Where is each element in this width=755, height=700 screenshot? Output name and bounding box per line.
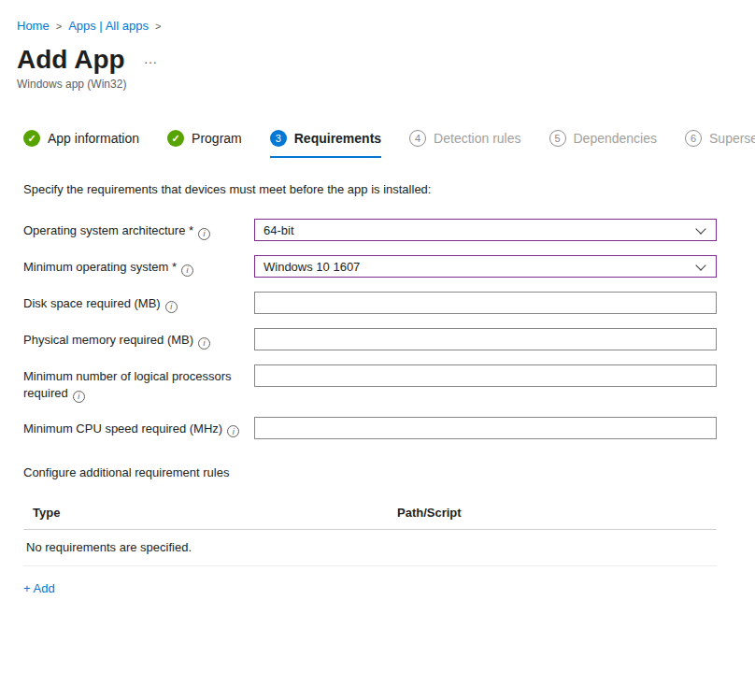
step-number-icon: 5: [549, 130, 566, 147]
minimum-os-select[interactable]: Windows 10 1607: [254, 255, 717, 278]
breadcrumb-home-link[interactable]: Home: [17, 19, 50, 33]
step-number-icon: 4: [409, 130, 426, 147]
more-options-button[interactable]: …: [144, 50, 159, 66]
wizard-steps: ✓ App information ✓ Program 3 Requiremen…: [0, 130, 755, 158]
info-icon[interactable]: i: [181, 264, 193, 277]
breadcrumb-separator-icon: >: [56, 21, 62, 32]
step-app-information[interactable]: ✓ App information: [23, 130, 139, 158]
requirements-form: Operating system architecture *i 64-bit …: [23, 219, 717, 439]
physical-memory-input[interactable]: [254, 328, 717, 350]
logical-processors-input[interactable]: [254, 364, 717, 387]
step-label: Supersedence: [709, 131, 755, 146]
field-label-cell: Minimum operating system *i: [23, 255, 254, 277]
step-number-icon: 3: [270, 130, 287, 147]
field-control: [254, 292, 717, 314]
cpu-speed-input[interactable]: [254, 417, 717, 439]
field-control: [254, 417, 717, 439]
step-number-icon: 6: [685, 130, 702, 147]
form-row-disk-space: Disk space required (MB)i: [23, 292, 717, 314]
info-icon[interactable]: i: [198, 337, 210, 350]
form-row-minimum-os: Minimum operating system *i Windows 10 1…: [23, 255, 717, 278]
chevron-down-icon: [695, 260, 705, 270]
blade-header: Home > Apps | All apps > Add App … Windo…: [0, 0, 755, 91]
info-icon[interactable]: i: [227, 425, 239, 437]
field-control: [254, 364, 717, 387]
field-label-cell: Minimum CPU speed required (MHz)i: [23, 417, 254, 438]
step-detection-rules[interactable]: 4 Detection rules: [409, 130, 520, 158]
breadcrumb-apps-link[interactable]: Apps | All apps: [68, 19, 149, 33]
field-label: Operating system architecture *: [23, 223, 193, 237]
form-row-os-architecture: Operating system architecture *i 64-bit: [23, 219, 717, 241]
step-supersedence[interactable]: 6 Supersedence: [685, 130, 755, 158]
info-icon[interactable]: i: [73, 391, 85, 403]
add-app-blade: Home > Apps | All apps > Add App … Windo…: [0, 0, 755, 596]
check-icon: ✓: [167, 130, 184, 147]
field-label-cell: Disk space required (MB)i: [23, 292, 254, 313]
additional-rules-heading: Configure additional requirement rules: [23, 465, 717, 479]
step-label: Program: [192, 131, 242, 146]
requirements-intro-text: Specify the requirements that devices mu…: [23, 182, 717, 196]
step-program[interactable]: ✓ Program: [167, 130, 242, 158]
column-header-path-script: Path/Script: [388, 506, 717, 520]
add-requirement-link[interactable]: + Add: [23, 581, 55, 595]
field-label: Physical memory required (MB): [23, 333, 193, 347]
table-empty-row: No requirements are specified.: [23, 530, 717, 566]
requirements-content: Specify the requirements that devices mu…: [0, 182, 755, 596]
field-label-cell: Minimum number of logical processors req…: [23, 364, 254, 403]
step-label: Detection rules: [434, 131, 520, 146]
page-title: Add App: [17, 45, 125, 75]
empty-message: No requirements are specified.: [26, 540, 192, 554]
table-header-row: Type Path/Script: [23, 500, 717, 530]
field-control: [254, 328, 717, 350]
step-dependencies[interactable]: 5 Dependencies: [549, 130, 658, 158]
field-label: Minimum CPU speed required (MHz): [23, 421, 222, 436]
field-label: Disk space required (MB): [23, 296, 161, 310]
field-control: Windows 10 1607: [254, 255, 717, 278]
breadcrumb-separator-icon: >: [155, 21, 161, 32]
os-architecture-select[interactable]: 64-bit: [254, 219, 717, 241]
chevron-down-icon: [695, 223, 705, 234]
breadcrumb: Home > Apps | All apps >: [17, 19, 755, 33]
select-value: Windows 10 1607: [264, 260, 360, 274]
info-icon[interactable]: i: [165, 301, 178, 313]
field-label: Minimum operating system *: [23, 260, 177, 274]
select-value: 64-bit: [264, 223, 294, 237]
title-row: Add App …: [17, 45, 755, 75]
info-icon[interactable]: i: [198, 228, 210, 240]
field-label: Minimum number of logical processors req…: [23, 369, 232, 400]
field-label-cell: Operating system architecture *i: [23, 219, 254, 240]
step-requirements[interactable]: 3 Requirements: [270, 130, 381, 158]
step-label: Dependencies: [574, 131, 658, 146]
step-label: Requirements: [294, 131, 381, 146]
field-control: 64-bit: [254, 219, 717, 241]
requirement-rules-table: Type Path/Script No requirements are spe…: [23, 500, 717, 566]
form-row-physical-memory: Physical memory required (MB)i: [23, 328, 717, 350]
form-row-cpu-speed: Minimum CPU speed required (MHz)i: [23, 417, 717, 439]
disk-space-input[interactable]: [254, 292, 717, 314]
form-row-logical-processors: Minimum number of logical processors req…: [23, 364, 717, 403]
column-header-type: Type: [23, 506, 388, 520]
page-subtitle: Windows app (Win32): [17, 78, 755, 91]
field-label-cell: Physical memory required (MB)i: [23, 328, 254, 350]
step-label: App information: [48, 131, 139, 146]
check-icon: ✓: [23, 130, 40, 147]
